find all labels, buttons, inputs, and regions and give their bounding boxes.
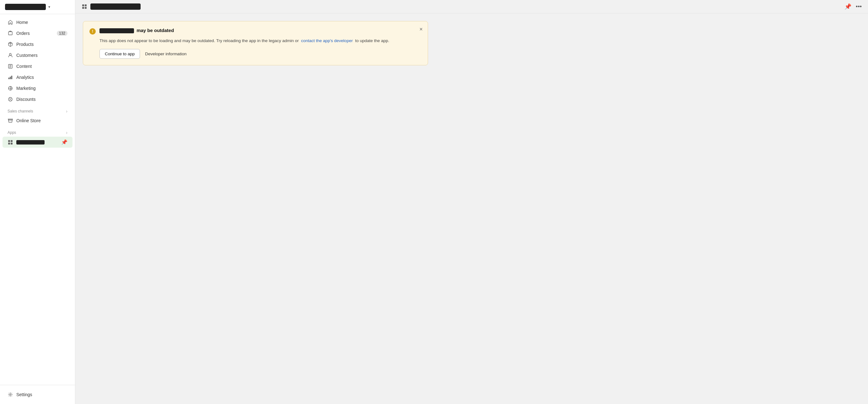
- svg-point-1: [9, 53, 11, 55]
- sidebar-item-customers-label: Customers: [16, 53, 38, 58]
- sidebar-item-home-label: Home: [16, 20, 28, 25]
- sidebar: ▾ Home Orders 132: [0, 0, 75, 404]
- more-options-button[interactable]: •••: [856, 3, 862, 10]
- sidebar-item-settings-label: Settings: [16, 392, 32, 397]
- sidebar-item-online-store-label: Online Store: [16, 118, 41, 123]
- pin-button[interactable]: 📌: [844, 3, 851, 10]
- svg-point-13: [11, 100, 11, 100]
- chevron-down-icon: ▾: [48, 5, 50, 9]
- close-alert-button[interactable]: ×: [419, 26, 423, 32]
- pin-icon: 📌: [61, 139, 67, 145]
- alert-actions: Continue to app Developer information: [99, 49, 422, 59]
- content-icon: [7, 63, 13, 69]
- sidebar-header: ▾: [0, 0, 75, 14]
- svg-rect-7: [10, 77, 11, 79]
- sidebar-item-home[interactable]: Home: [2, 17, 72, 28]
- alert-header: ! may be outdated: [89, 28, 422, 34]
- sidebar-nav: Home Orders 132 Products: [0, 14, 75, 385]
- sidebar-item-marketing-label: Marketing: [16, 86, 35, 91]
- warning-icon: !: [89, 28, 96, 34]
- sidebar-item-analytics[interactable]: Analytics: [2, 72, 72, 83]
- sidebar-item-marketing[interactable]: Marketing: [2, 83, 72, 94]
- continue-to-app-button[interactable]: Continue to app: [99, 49, 140, 59]
- alert-banner: ! may be outdated This app does not appe…: [83, 21, 428, 65]
- sidebar-item-products[interactable]: Products: [2, 39, 72, 50]
- products-icon: [7, 41, 13, 47]
- svg-rect-0: [8, 32, 12, 35]
- marketing-icon: [7, 85, 13, 91]
- sales-channels-label: Sales channels: [7, 109, 33, 113]
- topbar: 📌 •••: [75, 0, 868, 13]
- orders-icon: [7, 30, 13, 36]
- discounts-icon: [7, 96, 13, 102]
- developer-link[interactable]: contact the app's developer: [301, 38, 353, 43]
- sidebar-item-settings[interactable]: Settings: [2, 389, 72, 400]
- alert-app-name: [99, 28, 134, 33]
- analytics-icon: [7, 75, 13, 80]
- home-icon: [7, 20, 13, 25]
- content-area: ! may be outdated This app does not appe…: [75, 13, 868, 404]
- sidebar-item-customers[interactable]: Customers: [2, 50, 72, 61]
- sidebar-item-content-label: Content: [16, 64, 32, 69]
- apps-label: Apps: [7, 131, 16, 135]
- sidebar-item-analytics-label: Analytics: [16, 75, 34, 80]
- orders-badge: 132: [57, 31, 67, 36]
- sidebar-item-orders-label: Orders: [16, 31, 30, 36]
- alert-body: This app does not appear to be loading a…: [99, 38, 422, 44]
- developer-information-button[interactable]: Developer information: [145, 52, 186, 56]
- sidebar-item-pinned-app[interactable]: 📌: [2, 137, 72, 148]
- sidebar-item-online-store[interactable]: Online Store: [2, 115, 72, 126]
- topbar-left: [82, 3, 141, 10]
- page-title: [90, 3, 141, 10]
- sidebar-item-content[interactable]: Content: [2, 61, 72, 71]
- sidebar-item-orders[interactable]: Orders 132: [2, 28, 72, 39]
- sidebar-item-discounts-label: Discounts: [16, 97, 35, 102]
- app-grid-icon: [7, 140, 13, 145]
- topbar-right: 📌 •••: [844, 3, 862, 10]
- store-selector[interactable]: ▾: [5, 4, 70, 10]
- main-area: 📌 ••• ! may be outdated This app does no…: [75, 0, 868, 404]
- settings-icon: [7, 392, 13, 397]
- sidebar-item-products-label: Products: [16, 42, 34, 47]
- svg-rect-8: [11, 76, 12, 79]
- sidebar-footer: Settings: [0, 385, 75, 404]
- pinned-app-name: [16, 140, 44, 145]
- topbar-grid-icon: [82, 4, 87, 9]
- apps-expand-icon: ›: [66, 130, 67, 135]
- store-icon: [7, 118, 13, 123]
- sidebar-item-discounts[interactable]: Discounts: [2, 94, 72, 105]
- svg-point-14: [10, 394, 11, 396]
- sales-channels-section[interactable]: Sales channels ›: [0, 105, 75, 115]
- store-name: [5, 4, 46, 10]
- svg-point-12: [9, 98, 10, 99]
- svg-rect-6: [8, 78, 9, 79]
- apps-section[interactable]: Apps ›: [0, 126, 75, 136]
- expand-icon: ›: [66, 109, 67, 114]
- alert-title: may be outdated: [99, 28, 174, 33]
- customers-icon: [7, 53, 13, 58]
